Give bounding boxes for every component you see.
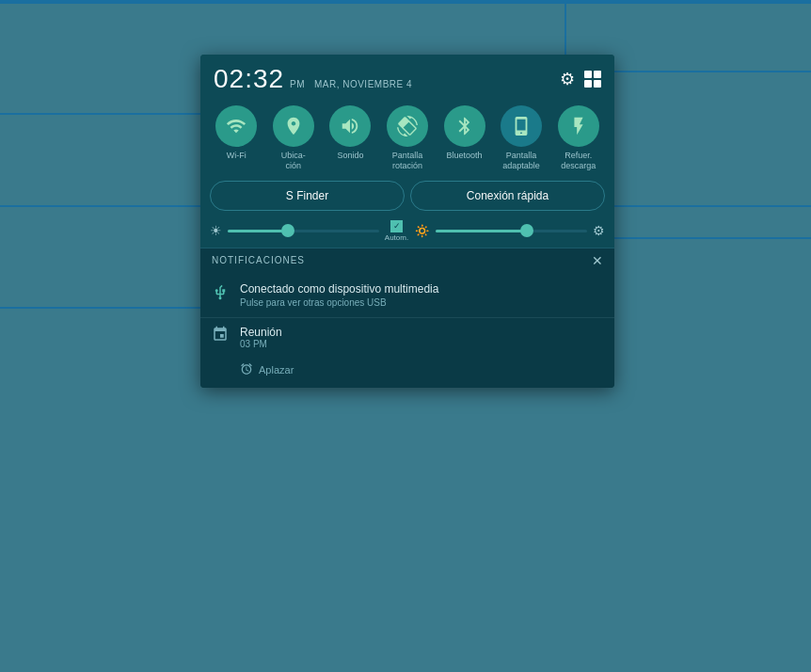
quickcharge-icon-circle bbox=[558, 105, 599, 147]
rotation-icon-circle bbox=[387, 105, 428, 147]
wifi-label: Wi-Fi bbox=[227, 151, 246, 161]
time-area: 02:32 PM MAR, NOVIEMBRE 4 bbox=[214, 64, 412, 94]
sliders-row: ☀ ✓ Autom. 🔅 ⚙ bbox=[200, 216, 614, 248]
wifi-icon-circle bbox=[215, 105, 257, 147]
usb-notification[interactable]: Conectado como dispositivo multimedia Pu… bbox=[200, 273, 614, 318]
usb-notification-subtitle: Pulse para ver otras opciones USB bbox=[240, 297, 603, 308]
toggle-rotation[interactable]: Pantallarotación bbox=[381, 105, 434, 171]
reunion-notification-content: Reunión 03 PM bbox=[240, 326, 603, 349]
toggle-quickcharge[interactable]: Refuer.descarga bbox=[552, 105, 605, 171]
grid-cell-1 bbox=[584, 71, 592, 78]
brightness-slider[interactable] bbox=[228, 230, 379, 232]
notifications-header: NOTIFICACIONES ✕ bbox=[200, 248, 614, 273]
adaptive-icon-circle bbox=[501, 105, 542, 147]
sound-icon-circle bbox=[329, 105, 371, 147]
header-icons: ⚙ bbox=[560, 69, 601, 89]
conexion-button[interactable]: Conexión rápida bbox=[410, 181, 605, 211]
right-indicator-line-3 bbox=[613, 237, 811, 239]
right-indicator-line-1 bbox=[613, 71, 811, 72]
location-label: Ubica-ción bbox=[281, 151, 306, 171]
alarm-icon bbox=[240, 362, 253, 378]
reunion-title: Reunión bbox=[240, 326, 603, 339]
aplazar-label: Aplazar bbox=[259, 364, 294, 376]
usb-notification-content: Conectado como dispositivo multimedia Pu… bbox=[240, 282, 603, 308]
right-indicator-line-2 bbox=[613, 205, 811, 207]
action-buttons: S Finder Conexión rápida bbox=[200, 175, 614, 216]
grid-icon[interactable] bbox=[584, 71, 601, 88]
volume-low-icon: 🔅 bbox=[414, 223, 430, 238]
ampm: PM bbox=[290, 79, 305, 89]
quickcharge-label: Refuer.descarga bbox=[561, 151, 596, 171]
date: MAR, NOVIEMBRE 4 bbox=[314, 79, 412, 89]
reunion-notification[interactable]: Reunión 03 PM bbox=[200, 318, 614, 357]
left-indicator-line-3 bbox=[0, 307, 202, 309]
volume-slider[interactable] bbox=[436, 230, 587, 232]
toggle-sound[interactable]: Sonido bbox=[324, 105, 376, 171]
aplazar-row[interactable]: Aplazar bbox=[200, 357, 614, 388]
rotation-label: Pantallarotación bbox=[392, 151, 423, 171]
sfinder-button[interactable]: S Finder bbox=[210, 181, 405, 211]
grid-cell-2 bbox=[594, 71, 601, 78]
calendar-icon bbox=[212, 326, 231, 346]
volume-settings-icon[interactable]: ⚙ bbox=[593, 223, 605, 238]
toggle-wifi[interactable]: Wi-Fi bbox=[210, 105, 262, 171]
top-vertical-line bbox=[565, 0, 566, 56]
panel-header: 02:32 PM MAR, NOVIEMBRE 4 ⚙ bbox=[200, 55, 614, 100]
location-icon-circle bbox=[273, 105, 314, 147]
notifications-title: NOTIFICACIONES bbox=[212, 255, 305, 265]
bluetooth-label: Bluetooth bbox=[447, 151, 483, 161]
toggle-location[interactable]: Ubica-ción bbox=[267, 105, 320, 171]
adaptive-label: Pantallaadaptable bbox=[502, 151, 540, 171]
top-status-bar bbox=[0, 0, 811, 4]
settings-icon[interactable]: ⚙ bbox=[560, 69, 575, 89]
brightness-low-icon: ☀ bbox=[210, 223, 222, 238]
time-detail: PM MAR, NOVIEMBRE 4 bbox=[290, 79, 412, 89]
left-indicator-line-1 bbox=[0, 113, 202, 115]
grid-cell-4 bbox=[594, 80, 601, 88]
grid-cell-3 bbox=[584, 80, 592, 88]
auto-brightness-badge[interactable]: ✓ Autom. bbox=[385, 220, 408, 242]
auto-label: Autom. bbox=[385, 233, 408, 242]
left-indicator-line-2 bbox=[0, 205, 202, 207]
toggle-adaptive[interactable]: Pantallaadaptable bbox=[495, 105, 548, 171]
notification-panel: 02:32 PM MAR, NOVIEMBRE 4 ⚙ bbox=[200, 55, 614, 388]
usb-notification-title: Conectado como dispositivo multimedia bbox=[240, 282, 603, 296]
sound-label: Sonido bbox=[337, 151, 363, 161]
quick-toggles: Wi-Fi Ubica-ción Sonido bbox=[200, 100, 614, 175]
usb-icon bbox=[212, 284, 231, 305]
auto-check-icon: ✓ bbox=[390, 220, 403, 232]
clock-time: 02:32 bbox=[214, 64, 284, 94]
notifications-close-button[interactable]: ✕ bbox=[592, 254, 603, 267]
toggle-bluetooth[interactable]: Bluetooth bbox=[438, 105, 491, 171]
bluetooth-icon-circle bbox=[444, 105, 485, 147]
reunion-time: 03 PM bbox=[240, 339, 603, 349]
